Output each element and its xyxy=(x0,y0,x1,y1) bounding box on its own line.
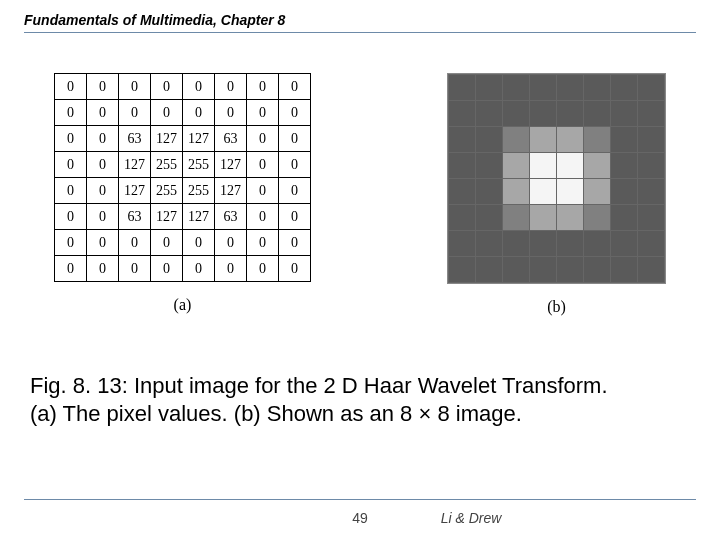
image-cell xyxy=(557,153,584,179)
table-row: 00000000 xyxy=(55,256,311,282)
image-cell xyxy=(476,75,503,101)
image-cell xyxy=(530,205,557,231)
image-cell xyxy=(476,153,503,179)
image-row xyxy=(449,153,665,179)
pixel-cell: 255 xyxy=(151,178,183,204)
image-row xyxy=(449,231,665,257)
image-cell xyxy=(611,127,638,153)
pixel-cell: 0 xyxy=(279,230,311,256)
table-row: 00000000 xyxy=(55,100,311,126)
image-cell xyxy=(476,179,503,205)
pixel-cell: 0 xyxy=(55,126,87,152)
image-cell xyxy=(530,257,557,283)
image-cell xyxy=(611,179,638,205)
image-cell xyxy=(584,153,611,179)
pixel-cell: 0 xyxy=(247,126,279,152)
pixel-cell: 0 xyxy=(55,100,87,126)
pixel-cell: 0 xyxy=(55,74,87,100)
pixel-image-wrap xyxy=(447,73,666,284)
pixel-cell: 0 xyxy=(151,100,183,126)
pixel-cell: 0 xyxy=(87,178,119,204)
pixel-cell: 0 xyxy=(151,74,183,100)
image-row xyxy=(449,101,665,127)
pixel-cell: 0 xyxy=(55,230,87,256)
image-cell xyxy=(584,75,611,101)
chapter-header: Fundamentals of Multimedia, Chapter 8 xyxy=(24,12,696,33)
table-row: 0012725525512700 xyxy=(55,152,311,178)
pixel-cell: 0 xyxy=(247,230,279,256)
pixel-cell: 0 xyxy=(55,256,87,282)
table-row: 00631271276300 xyxy=(55,204,311,230)
image-cell xyxy=(503,75,530,101)
image-cell xyxy=(449,75,476,101)
pixel-cell: 0 xyxy=(247,100,279,126)
pixel-cell: 0 xyxy=(247,256,279,282)
image-cell xyxy=(638,127,665,153)
pixel-cell: 0 xyxy=(183,230,215,256)
figure-b-label: (b) xyxy=(547,298,566,316)
image-cell xyxy=(584,179,611,205)
image-row xyxy=(449,257,665,283)
image-cell xyxy=(530,101,557,127)
pixel-cell: 0 xyxy=(87,256,119,282)
pixel-cell: 0 xyxy=(151,230,183,256)
table-row: 00631271276300 xyxy=(55,126,311,152)
image-cell xyxy=(638,179,665,205)
pixel-cell: 63 xyxy=(215,126,247,152)
pixel-cell: 0 xyxy=(55,152,87,178)
image-cell xyxy=(503,231,530,257)
image-cell xyxy=(557,75,584,101)
pixel-value-table: 0000000000000000006312712763000012725525… xyxy=(54,73,311,282)
pixel-cell: 63 xyxy=(119,126,151,152)
image-row xyxy=(449,205,665,231)
page-number: 49 xyxy=(352,510,368,526)
image-cell xyxy=(611,75,638,101)
image-row xyxy=(449,75,665,101)
pixel-cell: 0 xyxy=(87,74,119,100)
pixel-cell: 0 xyxy=(87,100,119,126)
image-cell xyxy=(503,153,530,179)
image-cell xyxy=(476,257,503,283)
image-cell xyxy=(476,127,503,153)
image-cell xyxy=(449,231,476,257)
figure-b-column: (b) xyxy=(447,73,666,316)
pixel-image-grid xyxy=(448,74,665,283)
image-cell xyxy=(530,127,557,153)
pixel-cell: 0 xyxy=(215,230,247,256)
image-cell xyxy=(449,179,476,205)
pixel-cell: 127 xyxy=(183,204,215,230)
pixel-cell: 0 xyxy=(87,126,119,152)
chapter-title: Fundamentals of Multimedia, Chapter 8 xyxy=(24,12,285,28)
pixel-cell: 0 xyxy=(215,256,247,282)
pixel-cell: 0 xyxy=(247,204,279,230)
image-cell xyxy=(503,257,530,283)
image-cell xyxy=(530,75,557,101)
pixel-cell: 0 xyxy=(119,230,151,256)
slide: Fundamentals of Multimedia, Chapter 8 00… xyxy=(0,0,720,540)
image-cell xyxy=(611,231,638,257)
pixel-cell: 0 xyxy=(279,256,311,282)
image-cell xyxy=(584,101,611,127)
pixel-cell: 0 xyxy=(247,74,279,100)
image-cell xyxy=(611,101,638,127)
figure-caption: Fig. 8. 13: Input image for the 2 D Haar… xyxy=(24,372,696,427)
image-cell xyxy=(449,101,476,127)
image-cell xyxy=(530,231,557,257)
pixel-cell: 63 xyxy=(215,204,247,230)
pixel-cell: 0 xyxy=(279,126,311,152)
pixel-cell: 0 xyxy=(279,178,311,204)
image-cell xyxy=(638,75,665,101)
image-cell xyxy=(557,101,584,127)
image-cell xyxy=(476,231,503,257)
image-cell xyxy=(476,205,503,231)
table-row: 00000000 xyxy=(55,230,311,256)
pixel-cell: 0 xyxy=(183,256,215,282)
pixel-cell: 0 xyxy=(183,74,215,100)
image-cell xyxy=(611,205,638,231)
pixel-cell: 0 xyxy=(87,152,119,178)
pixel-cell: 255 xyxy=(183,152,215,178)
table-row: 00000000 xyxy=(55,74,311,100)
pixel-cell: 0 xyxy=(247,178,279,204)
image-cell xyxy=(584,257,611,283)
pixel-cell: 0 xyxy=(279,74,311,100)
